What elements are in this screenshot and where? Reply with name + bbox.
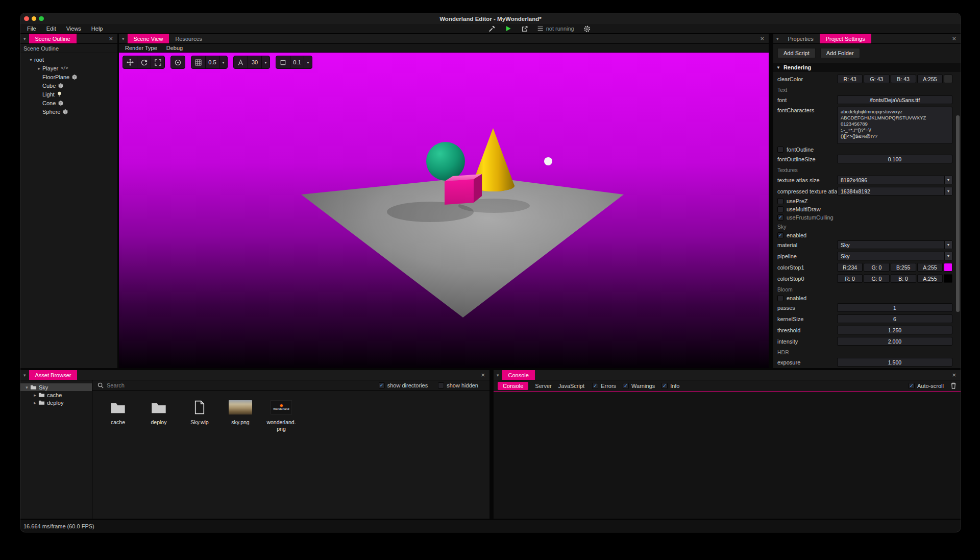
checkbox[interactable] <box>438 382 444 388</box>
run-button[interactable] <box>503 25 514 33</box>
cube-object[interactable] <box>445 174 482 205</box>
green-field[interactable]: G: 43 <box>864 75 889 83</box>
rotate-tool-button[interactable] <box>137 56 151 68</box>
expand-arrow-icon[interactable]: ▾ <box>28 57 34 62</box>
settings-button[interactable] <box>581 25 593 33</box>
tab-properties[interactable]: Properties <box>782 34 820 43</box>
blue-field[interactable]: B: 0 <box>891 274 916 283</box>
alpha-field[interactable]: A:255 <box>917 274 943 283</box>
texture-atlas-dropdown[interactable]: 8192x4096▼ <box>837 176 952 184</box>
tab-scene-outline[interactable]: Scene Outline <box>29 34 77 43</box>
scale-tool-button[interactable] <box>151 56 164 68</box>
add-folder-button[interactable]: Add Folder <box>820 48 860 58</box>
chevron-down-icon[interactable]: ▼ <box>304 56 312 68</box>
pipeline-dropdown[interactable]: Sky▼ <box>837 252 952 260</box>
tree-item-cube[interactable]: Cube <box>20 81 117 90</box>
console-subtab-console[interactable]: Console <box>498 382 528 390</box>
expand-arrow-icon[interactable]: ▸ <box>36 66 42 71</box>
kernel-size-field[interactable]: 6 <box>837 314 952 323</box>
panel-menu-icon[interactable]: ▾ <box>20 34 29 43</box>
checkbox[interactable] <box>777 214 783 221</box>
close-icon[interactable]: × <box>104 34 117 43</box>
color-swatch[interactable] <box>944 274 952 283</box>
blue-field[interactable]: B:255 <box>891 263 916 272</box>
rotation-snap-value[interactable]: 30 <box>248 56 261 68</box>
red-field[interactable]: R: 43 <box>837 75 863 83</box>
console-subtab-javascript[interactable]: JavaScript <box>558 383 584 389</box>
blue-field[interactable]: B: 43 <box>891 75 916 83</box>
asset-item-skypng[interactable]: sky.png <box>222 398 259 432</box>
green-field[interactable]: G: 0 <box>864 263 889 272</box>
expand-arrow-icon[interactable]: ▸ <box>32 400 38 405</box>
panel-menu-icon[interactable]: ▾ <box>773 34 782 43</box>
red-field[interactable]: R: 0 <box>837 274 863 283</box>
alpha-field[interactable]: A:255 <box>917 75 943 83</box>
menu-file[interactable]: File <box>22 25 41 33</box>
console-log[interactable] <box>494 392 961 519</box>
scene-viewport[interactable]: 0.5 ▼ 30 ▼ 0.1 ▼ <box>119 53 769 368</box>
tree-item-sphere[interactable]: Sphere <box>20 107 117 116</box>
material-dropdown[interactable]: Sky▼ <box>837 240 952 249</box>
tab-asset-browser[interactable]: Asset Browser <box>29 370 78 380</box>
asset-item-wonderlandpng[interactable]: Wonderland wonderland.png <box>263 398 300 432</box>
search-input[interactable] <box>107 382 369 388</box>
tree-item-root[interactable]: ▾root <box>20 55 117 64</box>
checkbox[interactable] <box>909 383 915 389</box>
font-path-field[interactable]: /fonts/DejaVuSans.ttf <box>837 95 952 104</box>
warnings-filter-toggle[interactable]: Warnings <box>623 383 655 389</box>
menu-debug[interactable]: Debug <box>162 44 187 52</box>
light-gizmo-sphere[interactable] <box>544 157 552 165</box>
asset-item-skywlp[interactable]: Sky.wlp <box>181 398 218 432</box>
close-icon[interactable]: × <box>755 34 769 43</box>
errors-filter-toggle[interactable]: Errors <box>592 383 616 389</box>
show-directories-toggle[interactable]: show directories <box>379 382 428 388</box>
red-field[interactable]: R:234 <box>837 263 863 272</box>
rotation-snap-button[interactable] <box>234 56 248 68</box>
menu-help[interactable]: Help <box>87 25 108 33</box>
checkbox[interactable] <box>379 382 385 388</box>
translation-snap-value[interactable]: 0.1 <box>290 56 304 68</box>
menu-render-type[interactable]: Render Type <box>121 44 161 52</box>
panel-menu-icon[interactable]: ▾ <box>119 34 128 43</box>
tab-console[interactable]: Console <box>502 370 535 380</box>
tree-item-floorplane[interactable]: FloorPlane <box>20 72 117 81</box>
checkbox[interactable] <box>623 383 629 389</box>
checkbox[interactable] <box>592 383 598 389</box>
package-build-button[interactable] <box>486 25 498 33</box>
close-icon[interactable]: × <box>476 370 489 380</box>
asset-tree-item-sky[interactable]: ▾Sky <box>20 383 92 391</box>
checkbox[interactable] <box>777 147 783 153</box>
checkbox[interactable] <box>777 206 783 212</box>
console-subtab-server[interactable]: Server <box>535 383 551 389</box>
asset-tree-item-cache[interactable]: ▸cache <box>20 391 92 399</box>
checkbox[interactable] <box>777 232 783 238</box>
translation-snap-button[interactable] <box>276 56 290 68</box>
checkbox[interactable] <box>777 198 783 204</box>
section-rendering[interactable]: ▼Rendering <box>773 63 961 72</box>
autoscroll-toggle[interactable]: Auto-scroll <box>909 383 944 389</box>
green-field[interactable]: G: 0 <box>864 274 889 283</box>
panel-menu-icon[interactable]: ▾ <box>20 370 29 380</box>
tree-item-cone[interactable]: Cone <box>20 99 117 107</box>
alpha-field[interactable]: A:255 <box>917 263 943 272</box>
menu-views[interactable]: Views <box>62 25 86 33</box>
tab-resources[interactable]: Resources <box>169 34 208 43</box>
menu-edit[interactable]: Edit <box>42 25 61 33</box>
checkbox[interactable] <box>662 383 668 389</box>
info-filter-toggle[interactable]: Info <box>662 383 679 389</box>
tab-project-settings[interactable]: Project Settings <box>820 34 871 43</box>
asset-tree-item-deploy[interactable]: ▸deploy <box>20 399 92 406</box>
scrollbar[interactable] <box>956 115 960 312</box>
asset-item-deploy[interactable]: deploy <box>140 398 177 432</box>
intensity-field[interactable]: 2.000 <box>837 337 952 346</box>
clear-console-button[interactable] <box>950 382 957 389</box>
tab-scene-view[interactable]: Scene View <box>128 34 169 43</box>
color-swatch[interactable] <box>944 263 952 272</box>
checkbox[interactable] <box>777 295 783 301</box>
orbit-camera-button[interactable] <box>171 56 185 68</box>
close-icon[interactable]: × <box>947 34 961 43</box>
expand-arrow-icon[interactable]: ▸ <box>32 393 38 398</box>
grid-snap-value[interactable]: 0.5 <box>205 56 219 68</box>
threshold-field[interactable]: 1.250 <box>837 326 952 334</box>
exposure-field[interactable]: 1.500 <box>837 358 952 367</box>
